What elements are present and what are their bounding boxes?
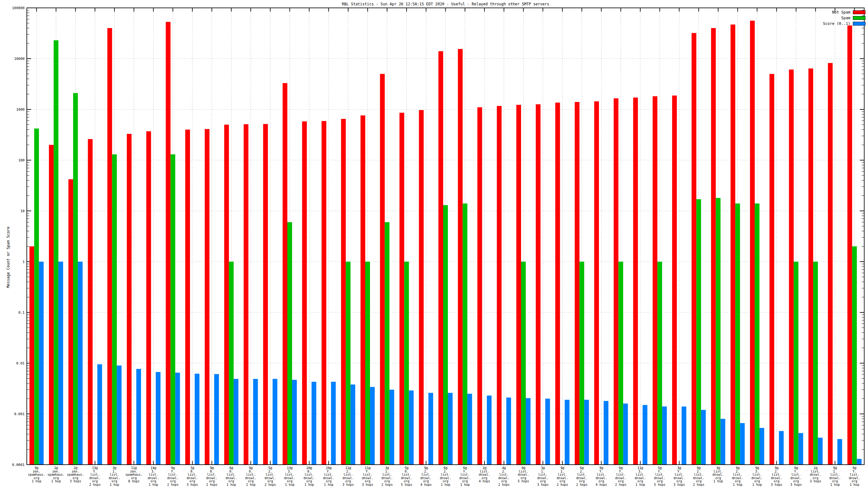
y-tick-label: 100000 [12,6,25,10]
bar-not-spam [458,49,463,465]
bar-score [545,399,550,465]
bar-not-spam [847,26,852,465]
bar-spam [73,93,78,465]
bar-spam [735,203,740,465]
x-tick-label: 2@zen.spamhaus.org1 hop [48,466,65,483]
bar-not-spam [341,119,346,465]
legend: Not Spam Spam Score (0..1) [823,10,866,27]
bar-not-spam [653,96,657,465]
legend-swatch-not-spam [853,10,866,14]
x-tick-label: 5@Y.list.dnswl.org5 hops [654,466,665,486]
y-tick-label: 0.0001 [12,463,25,467]
bar-score [701,410,706,465]
y-tick-label: 100 [18,158,25,162]
x-tick-label: 13@Y.list.dnswl.org2 hops [89,466,101,486]
bar-score [448,393,453,465]
x-tick-label: 9@1.list.dnswl.org2 hops [557,466,568,486]
bar-not-spam [185,130,190,465]
bar-score [136,369,141,465]
bar-score [156,372,160,465]
legend-label-spam: Spam [841,16,850,20]
bar-score [97,364,102,465]
bar-score [720,419,725,465]
bar-spam [443,205,448,465]
x-tick-label: 9@zen.spamhaus.org1 hop [28,466,45,483]
bar-spam [521,262,526,465]
bar-score [526,398,530,465]
bar-score [428,393,433,465]
bar-score [662,406,667,465]
bar-score [292,380,297,465]
bar-spam [346,262,350,465]
bar-spam [34,129,39,465]
bar-spam [385,222,390,465]
x-tick-label: 9@2.list.dnswl.org1 hop [732,466,743,486]
bar-spam [696,199,701,465]
bar-not-spam [672,96,677,465]
bar-score [58,262,63,465]
bar-not-spam [302,121,307,465]
x-tick-label: 11@zen.spamhaus.org8 hops [125,466,142,483]
x-tick-label: 9@3.list.dnswl.org1 hop [751,466,763,486]
legend-label-not-spam: Not Spam [832,10,850,14]
bar-not-spam [107,28,112,465]
y-tick-label: 1 [22,260,25,264]
x-tick-label: 3@1.list.dnswl.org3 hops [537,466,549,486]
legend-row-score: Score (0..1) [823,22,866,26]
bar-score [78,262,83,465]
bar-not-spam [380,74,385,465]
bar-spam [229,262,234,465]
bar-spam [112,155,117,465]
bar-not-spam [614,98,619,465]
x-tick-label: 9@1.list.dnswl.org1 hop [829,466,841,486]
bar-not-spam [789,70,794,465]
x-tick-label: 6@Y.list.dnswl.org2 hops [615,466,626,486]
bar-not-spam [68,180,73,465]
bar-not-spam [400,113,404,465]
bar-not-spam [575,102,580,465]
bar-score [350,385,355,465]
x-tick-label: 2@list.dnswl.org3 hops [810,466,821,483]
bar-score [312,382,316,465]
bar-score [798,433,803,465]
bar-spam [657,262,662,465]
bar-score [857,459,862,465]
legend-row-spam: Spam [823,16,866,20]
bar-not-spam [127,134,131,465]
x-tick-label: 9@Y.list.dnswl.org3 hops [790,466,802,486]
bar-not-spam [808,68,813,465]
x-tick-label: 3@0.list.dnswl.org3 hops [187,466,198,486]
chart-title: RBL Statistics - Sun Apr 26 12:58:15 EDT… [27,2,864,6]
bar-not-spam [205,129,210,465]
bar-score [467,394,472,465]
x-tick-label: 5@2.list.dnswl.org2 hops [265,466,276,486]
bar-score [740,423,745,465]
bar-score [331,382,336,465]
bar-not-spam [477,107,482,465]
bar-score [273,379,277,465]
bar-not-spam [731,25,735,465]
bar-not-spam [263,124,268,465]
x-tick-label: 3@Y.list.dnswl.org3 hops [673,466,685,486]
bar-spam [794,262,798,465]
bar-score [506,397,511,465]
y-tick-label: 1000 [17,107,25,111]
bar-not-spam [594,101,599,465]
y-tick-label: 10 [21,209,25,213]
bar-score [253,379,258,465]
bar-not-spam [166,22,170,465]
bar-not-spam [244,124,249,465]
bar-score [370,387,375,465]
bar-not-spam [828,63,833,465]
x-tick-label: 6@0.list.dnswl.org1 hop [225,466,237,486]
bar-not-spam [516,105,521,465]
bar-spam [813,262,818,465]
bar-not-spam [555,103,560,465]
x-tick-label: 14@3.list.dnswl.org1 hop [148,466,159,486]
x-tick-label: 9@0.list.dnswl.org1 hop [245,466,256,486]
bar-not-spam [361,116,365,465]
bar-score [760,428,764,465]
bar-spam [287,222,292,465]
bar-not-spam [633,97,638,465]
bar-not-spam [224,125,229,465]
